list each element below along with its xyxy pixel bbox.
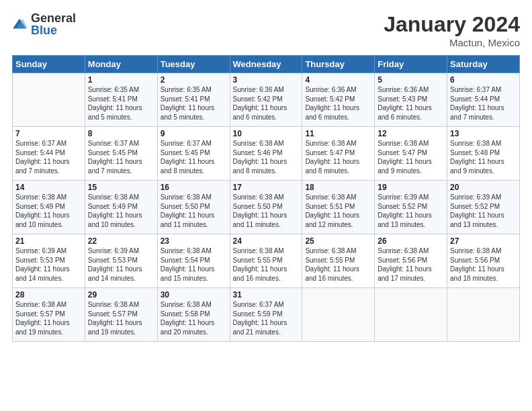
day-number: 26 (378, 236, 444, 246)
day-info: Sunrise: 6:35 AMSunset: 5:41 PMDaylight:… (88, 85, 154, 122)
day-number: 29 (88, 290, 154, 300)
logo: General Blue (12, 12, 76, 36)
day-info: Sunrise: 6:38 AMSunset: 5:58 PMDaylight:… (161, 300, 227, 336)
day-info: Sunrise: 6:35 AMSunset: 5:41 PMDaylight:… (161, 85, 227, 122)
day-number: 17 (233, 183, 300, 192)
day-info: Sunrise: 6:37 AMSunset: 5:44 PMDaylight:… (450, 85, 517, 122)
day-number: 19 (378, 183, 444, 192)
day-info: Sunrise: 6:38 AMSunset: 5:57 PMDaylight:… (88, 300, 154, 336)
day-cell (447, 288, 520, 342)
logo-text: General Blue (31, 12, 76, 36)
day-cell: 23Sunrise: 6:38 AMSunset: 5:54 PMDayligh… (157, 234, 230, 288)
month-title: January 2024 (384, 12, 520, 37)
day-info: Sunrise: 6:36 AMSunset: 5:42 PMDaylight:… (233, 85, 300, 122)
calendar-header: SundayMondayTuesdayWednesdayThursdayFrid… (13, 56, 520, 73)
day-number: 20 (450, 183, 517, 192)
day-cell (375, 288, 447, 342)
day-number: 15 (88, 183, 154, 192)
day-cell: 2Sunrise: 6:35 AMSunset: 5:41 PMDaylight… (157, 73, 230, 127)
day-cell: 19Sunrise: 6:39 AMSunset: 5:52 PMDayligh… (375, 181, 447, 234)
day-number: 30 (161, 290, 227, 300)
day-of-week-saturday: Saturday (447, 56, 520, 73)
day-info: Sunrise: 6:38 AMSunset: 5:55 PMDaylight:… (233, 246, 300, 283)
day-number: 23 (161, 236, 227, 246)
day-info: Sunrise: 6:38 AMSunset: 5:55 PMDaylight:… (305, 246, 371, 283)
day-number: 9 (161, 129, 227, 138)
day-info: Sunrise: 6:38 AMSunset: 5:54 PMDaylight:… (161, 246, 227, 283)
day-cell: 30Sunrise: 6:38 AMSunset: 5:58 PMDayligh… (157, 288, 230, 342)
day-cell: 15Sunrise: 6:38 AMSunset: 5:49 PMDayligh… (85, 181, 157, 234)
day-info: Sunrise: 6:38 AMSunset: 5:49 PMDaylight:… (15, 193, 82, 229)
day-info: Sunrise: 6:38 AMSunset: 5:57 PMDaylight:… (15, 300, 82, 336)
day-number: 11 (305, 129, 371, 138)
day-number: 31 (233, 290, 300, 300)
day-number: 16 (161, 183, 227, 192)
day-cell: 29Sunrise: 6:38 AMSunset: 5:57 PMDayligh… (85, 288, 157, 342)
day-number: 25 (305, 236, 371, 246)
day-info: Sunrise: 6:37 AMSunset: 5:45 PMDaylight:… (88, 139, 154, 175)
day-info: Sunrise: 6:39 AMSunset: 5:52 PMDaylight:… (378, 193, 444, 229)
calendar-body: 1Sunrise: 6:35 AMSunset: 5:41 PMDaylight… (13, 73, 520, 342)
day-number: 27 (450, 236, 517, 246)
day-cell: 22Sunrise: 6:39 AMSunset: 5:53 PMDayligh… (85, 234, 157, 288)
day-number: 14 (15, 183, 82, 192)
day-info: Sunrise: 6:38 AMSunset: 5:56 PMDaylight:… (378, 246, 444, 283)
day-of-week-friday: Friday (375, 56, 447, 73)
day-info: Sunrise: 6:36 AMSunset: 5:42 PMDaylight:… (305, 85, 371, 122)
day-number: 3 (233, 75, 300, 85)
day-number: 22 (88, 236, 154, 246)
logo-blue: Blue (31, 24, 76, 36)
day-of-week-tuesday: Tuesday (157, 56, 230, 73)
day-cell: 9Sunrise: 6:37 AMSunset: 5:45 PMDaylight… (157, 127, 230, 181)
day-cell (13, 73, 85, 127)
day-info: Sunrise: 6:38 AMSunset: 5:47 PMDaylight:… (378, 139, 444, 175)
page: General Blue January 2024 Mactun, Mexico… (0, 0, 532, 411)
day-cell: 18Sunrise: 6:38 AMSunset: 5:51 PMDayligh… (302, 181, 375, 234)
day-of-week-sunday: Sunday (13, 56, 85, 73)
day-info: Sunrise: 6:38 AMSunset: 5:50 PMDaylight:… (233, 193, 300, 229)
day-info: Sunrise: 6:37 AMSunset: 5:59 PMDaylight:… (233, 300, 300, 336)
day-info: Sunrise: 6:37 AMSunset: 5:44 PMDaylight:… (15, 139, 82, 175)
location: Mactun, Mexico (384, 37, 520, 48)
day-info: Sunrise: 6:38 AMSunset: 5:56 PMDaylight:… (450, 246, 517, 283)
day-info: Sunrise: 6:39 AMSunset: 5:53 PMDaylight:… (15, 246, 82, 283)
day-cell: 7Sunrise: 6:37 AMSunset: 5:44 PMDaylight… (13, 127, 85, 181)
header: General Blue January 2024 Mactun, Mexico (12, 12, 520, 48)
title-block: January 2024 Mactun, Mexico (384, 12, 520, 48)
day-cell: 11Sunrise: 6:38 AMSunset: 5:47 PMDayligh… (302, 127, 375, 181)
day-info: Sunrise: 6:39 AMSunset: 5:52 PMDaylight:… (450, 193, 517, 229)
day-cell: 27Sunrise: 6:38 AMSunset: 5:56 PMDayligh… (447, 234, 520, 288)
day-cell: 1Sunrise: 6:35 AMSunset: 5:41 PMDaylight… (85, 73, 157, 127)
day-number: 18 (305, 183, 371, 192)
day-cell: 4Sunrise: 6:36 AMSunset: 5:42 PMDaylight… (302, 73, 375, 127)
day-cell: 24Sunrise: 6:38 AMSunset: 5:55 PMDayligh… (230, 234, 302, 288)
day-cell: 13Sunrise: 6:38 AMSunset: 5:48 PMDayligh… (447, 127, 520, 181)
day-info: Sunrise: 6:38 AMSunset: 5:49 PMDaylight:… (88, 193, 154, 229)
day-number: 1 (88, 75, 154, 85)
day-cell: 3Sunrise: 6:36 AMSunset: 5:42 PMDaylight… (230, 73, 302, 127)
day-number: 10 (233, 129, 300, 138)
day-number: 13 (450, 129, 517, 138)
day-cell: 20Sunrise: 6:39 AMSunset: 5:52 PMDayligh… (447, 181, 520, 234)
calendar: SundayMondayTuesdayWednesdayThursdayFrid… (12, 55, 520, 342)
day-of-week-wednesday: Wednesday (230, 56, 302, 73)
day-number: 28 (15, 290, 82, 300)
day-info: Sunrise: 6:38 AMSunset: 5:50 PMDaylight:… (161, 193, 227, 229)
day-of-week-monday: Monday (85, 56, 157, 73)
day-number: 21 (15, 236, 82, 246)
week-row-4: 28Sunrise: 6:38 AMSunset: 5:57 PMDayligh… (13, 288, 520, 342)
day-cell: 26Sunrise: 6:38 AMSunset: 5:56 PMDayligh… (375, 234, 447, 288)
day-of-week-thursday: Thursday (302, 56, 375, 73)
day-cell: 5Sunrise: 6:36 AMSunset: 5:43 PMDaylight… (375, 73, 447, 127)
day-number: 6 (450, 75, 517, 85)
day-number: 5 (378, 75, 444, 85)
logo-general: General (31, 12, 76, 24)
day-info: Sunrise: 6:38 AMSunset: 5:51 PMDaylight:… (305, 193, 371, 229)
day-info: Sunrise: 6:38 AMSunset: 5:47 PMDaylight:… (305, 139, 371, 175)
day-cell: 12Sunrise: 6:38 AMSunset: 5:47 PMDayligh… (375, 127, 447, 181)
week-row-1: 7Sunrise: 6:37 AMSunset: 5:44 PMDaylight… (13, 127, 520, 181)
day-cell: 6Sunrise: 6:37 AMSunset: 5:44 PMDaylight… (447, 73, 520, 127)
day-cell: 31Sunrise: 6:37 AMSunset: 5:59 PMDayligh… (230, 288, 302, 342)
day-number: 8 (88, 129, 154, 138)
day-cell: 10Sunrise: 6:38 AMSunset: 5:46 PMDayligh… (230, 127, 302, 181)
